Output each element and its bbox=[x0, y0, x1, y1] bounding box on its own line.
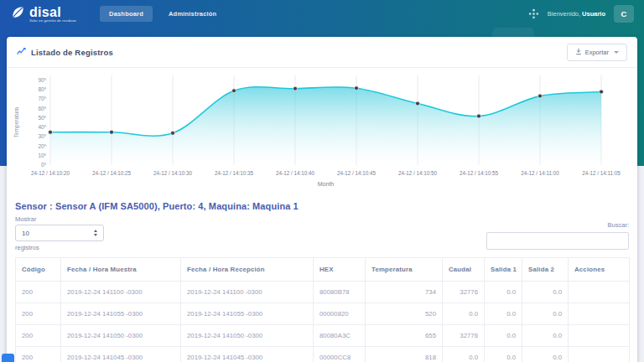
table-cell: 0.0 bbox=[522, 282, 569, 303]
chart-icon bbox=[17, 47, 26, 57]
col-temperatura[interactable]: Temperatura bbox=[366, 258, 443, 282]
navbar: disal Valor en gestión de residuos Dashb… bbox=[0, 0, 644, 28]
records-table: Código Fecha / Hora Muestra Fecha / Hora… bbox=[15, 257, 630, 362]
scroll-top-button[interactable] bbox=[2, 354, 14, 362]
select-arrows-icon bbox=[94, 230, 97, 236]
svg-text:24-12 / 14:10:45: 24-12 / 14:10:45 bbox=[337, 170, 376, 176]
table-row: 2002019-12-24 141050 -03002019-12-24 141… bbox=[16, 325, 630, 347]
page-size-value: 10 bbox=[22, 230, 29, 237]
svg-text:60º: 60º bbox=[38, 106, 46, 111]
svg-text:20º: 20º bbox=[38, 143, 46, 149]
table-cell: 2019-12-24 141045 -0300 bbox=[181, 347, 314, 362]
svg-text:70º: 70º bbox=[38, 96, 46, 101]
svg-text:Temperatura: Temperatura bbox=[13, 106, 20, 137]
download-icon bbox=[575, 48, 582, 57]
svg-text:50º: 50º bbox=[38, 115, 46, 121]
col-salida2[interactable]: Salida 2 bbox=[522, 258, 569, 282]
chevron-down-icon bbox=[614, 51, 619, 54]
svg-text:24-12 / 14:10:40: 24-12 / 14:10:40 bbox=[276, 170, 314, 176]
svg-text:Month: Month bbox=[318, 181, 335, 187]
greeting-text: Bienvenido, bbox=[548, 10, 580, 18]
svg-text:90º: 90º bbox=[38, 77, 46, 83]
card-content: Sensor : Sensor A (IFM SA5000), Puerto: … bbox=[7, 196, 637, 362]
table-cell bbox=[569, 325, 630, 347]
svg-text:24-12 / 14:10:35: 24-12 / 14:10:35 bbox=[215, 170, 253, 176]
brand-name: disal bbox=[29, 6, 76, 18]
table-cell: 2019-12-24 141055 -0300 bbox=[181, 303, 314, 325]
svg-text:24-12 / 14:10:55: 24-12 / 14:10:55 bbox=[460, 170, 498, 176]
svg-text:80º: 80º bbox=[38, 86, 46, 92]
col-salida1[interactable]: Salida 1 bbox=[485, 258, 522, 282]
svg-text:24-12 / 14:10:30: 24-12 / 14:10:30 bbox=[153, 170, 192, 176]
table-cell: 2019-12-24 141045 -0300 bbox=[61, 347, 181, 362]
table-cell: 734 bbox=[366, 282, 443, 303]
table-cell: 2019-12-24 141100 -0300 bbox=[61, 282, 181, 303]
col-caudal[interactable]: Caudal bbox=[443, 258, 485, 282]
records-label: registros bbox=[15, 244, 104, 251]
nav-item-administracion[interactable]: Administración bbox=[159, 6, 226, 22]
username: Usuario bbox=[582, 10, 605, 18]
table-cell: 520 bbox=[366, 303, 443, 325]
table-header-row: Código Fecha / Hora Muestra Fecha / Hora… bbox=[16, 258, 630, 282]
brand-logo[interactable]: disal Valor en gestión de residuos bbox=[10, 4, 76, 23]
col-codigo[interactable]: Código bbox=[16, 258, 61, 282]
table-cell bbox=[569, 347, 630, 362]
table-controls: Mostrar 10 registros Buscar: bbox=[15, 215, 629, 251]
nav-item-dashboard[interactable]: Dashboard bbox=[100, 6, 153, 22]
col-fecha-recepcion[interactable]: Fecha / Hora Recepción bbox=[181, 258, 314, 282]
table-cell: 0.0 bbox=[485, 347, 522, 362]
table-cell: 80080A3C bbox=[314, 325, 366, 347]
leaf-icon bbox=[10, 4, 26, 23]
svg-text:40º: 40º bbox=[38, 124, 46, 130]
temperature-area-chart[interactable]: 90º80º70º60º50º40º30º20º10º0º24-12 / 14:… bbox=[7, 69, 637, 196]
search-input[interactable] bbox=[486, 232, 629, 250]
svg-text:24-12 / 14:10:20: 24-12 / 14:10:20 bbox=[31, 170, 70, 176]
table-cell: 200 bbox=[16, 282, 61, 303]
search-group: Buscar: bbox=[486, 215, 629, 250]
table-cell bbox=[569, 303, 630, 325]
table-row: 2002019-12-24 141045 -03002019-12-24 141… bbox=[16, 347, 630, 362]
card-header: Listado de Registros Exportar bbox=[7, 37, 637, 68]
table-cell bbox=[569, 282, 630, 303]
table-cell: 2019-12-24 141055 -0300 bbox=[61, 303, 181, 325]
table-cell: 655 bbox=[366, 325, 443, 347]
table-cell: 200 bbox=[16, 303, 61, 325]
table-row: 2002019-12-24 141100 -03002019-12-24 141… bbox=[16, 282, 630, 303]
table-cell: 0.0 bbox=[485, 282, 522, 303]
col-fecha-muestra[interactable]: Fecha / Hora Muestra bbox=[61, 258, 181, 282]
table-cell: 0.0 bbox=[522, 347, 569, 362]
svg-text:24-12 / 14:10:50: 24-12 / 14:10:50 bbox=[398, 170, 437, 176]
search-label: Buscar: bbox=[608, 221, 629, 229]
table-cell: 00000CC8 bbox=[314, 347, 366, 362]
sensor-heading: Sensor : Sensor A (IFM SA5000), Puerto: … bbox=[15, 201, 629, 211]
apps-dots-icon[interactable] bbox=[528, 8, 539, 19]
table-cell: 200 bbox=[16, 325, 61, 347]
table-cell: 0.0 bbox=[443, 347, 485, 362]
svg-text:0º: 0º bbox=[41, 162, 47, 168]
table-cell: 80080B78 bbox=[314, 282, 366, 303]
svg-text:24-12 / 14:10:25: 24-12 / 14:10:25 bbox=[92, 170, 131, 176]
main-nav: Dashboard Administración bbox=[100, 6, 226, 22]
show-label: Mostrar bbox=[15, 215, 104, 223]
navbar-right: Bienvenido,Usuario C bbox=[528, 5, 634, 23]
table-cell: 2019-12-24 141050 -0300 bbox=[61, 325, 181, 347]
user-avatar[interactable]: C bbox=[614, 5, 634, 23]
card-title: Listado de Registros bbox=[17, 47, 113, 57]
table-cell: 32776 bbox=[443, 325, 485, 347]
table-cell: 2019-12-24 141050 -0300 bbox=[181, 325, 314, 347]
svg-text:24-12 / 14:11:05: 24-12 / 14:11:05 bbox=[582, 170, 621, 176]
card-title-text: Listado de Registros bbox=[31, 48, 113, 57]
col-acciones[interactable]: Acciones bbox=[569, 258, 630, 282]
svg-text:30º: 30º bbox=[38, 133, 46, 139]
table-body: 2002019-12-24 141100 -03002019-12-24 141… bbox=[16, 282, 630, 362]
col-hex[interactable]: HEX bbox=[314, 258, 366, 282]
table-cell: 818 bbox=[366, 347, 443, 362]
table-cell: 32776 bbox=[443, 282, 485, 303]
records-card: Listado de Registros Exportar 90º80º70º6… bbox=[7, 37, 637, 362]
table-cell: 00000820 bbox=[314, 303, 366, 325]
table-cell: 200 bbox=[16, 347, 61, 362]
page-size-select[interactable]: 10 bbox=[15, 225, 104, 241]
export-button[interactable]: Exportar bbox=[567, 44, 627, 61]
user-greeting: Bienvenido,Usuario bbox=[548, 10, 605, 18]
brand-tagline: Valor en gestión de residuos bbox=[29, 18, 76, 23]
